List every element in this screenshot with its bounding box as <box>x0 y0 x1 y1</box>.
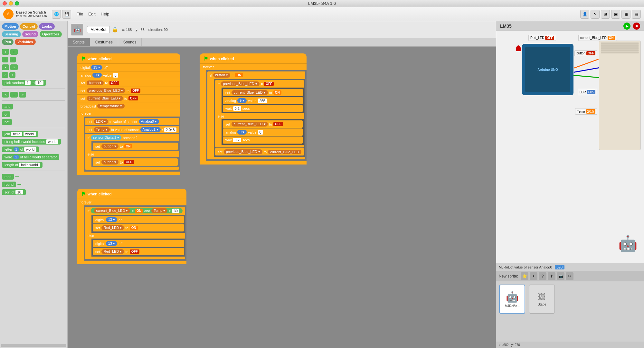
menu-edit[interactable]: Edit <box>88 12 95 16</box>
window-buttons[interactable] <box>3 1 19 5</box>
paint-icon[interactable]: ⭐ <box>521 272 528 280</box>
block-digital-on[interactable]: digital 13 ▾ on <box>93 216 184 223</box>
block-row-length[interactable]: length of hello world <box>2 162 65 168</box>
if-blue-temp[interactable]: if current_Blue_LED ▾ = ON and Temp ▾ > … <box>85 207 185 259</box>
block-wait-0-2-1[interactable]: wait 0.2 secs <box>223 105 303 112</box>
cat-control[interactable]: Control <box>20 23 38 30</box>
run-button[interactable]: ▶ <box>623 23 630 30</box>
analog-pin-1[interactable]: 9 ▾ <box>92 73 102 78</box>
forever-block-1[interactable]: forever set LDR ▾ to value of sensor Ana… <box>77 110 180 175</box>
block-row-minus[interactable]: - - <box>2 57 65 62</box>
block-set-button-off2[interactable]: set button ▾ to OFF <box>93 158 178 166</box>
icon-person[interactable]: 👤 <box>580 10 589 19</box>
var-prev-blue-3[interactable]: previous_Blue_LED ▾ <box>224 149 262 154</box>
cat-pen[interactable]: Pen <box>2 39 14 45</box>
divisor[interactable]: 2.048 <box>164 127 176 132</box>
digital-pin-3[interactable]: 13 ▾ <box>106 241 117 246</box>
icon-layout1[interactable]: ▣ <box>611 10 620 19</box>
analog-val-0[interactable]: 0 <box>113 73 118 78</box>
globe-icon[interactable]: 🌐 <box>52 10 61 19</box>
join-block[interactable]: join hello world <box>2 131 38 137</box>
word-block[interactable]: word 1 of hello world separator <box>2 154 59 160</box>
analog-pin-2[interactable]: 9 ▾ <box>237 98 247 103</box>
save-icon[interactable]: 💾 <box>62 10 71 19</box>
menu-help[interactable]: Help <box>101 12 109 16</box>
var-curr-blue-3[interactable]: current_Blue_LED ▾ <box>232 122 268 127</box>
block-row-round[interactable]: round <box>2 182 65 187</box>
block-set-red-off[interactable]: set Red_LED ▾ to OFF <box>93 248 184 255</box>
minimize-button[interactable] <box>9 1 13 5</box>
hat-when-clicked-2[interactable]: ⚑ when clicked <box>200 53 307 63</box>
if-button-var[interactable]: button ▾ <box>213 73 231 78</box>
delete-icon[interactable]: ✂ <box>566 272 573 280</box>
gt-block[interactable]: > <box>19 92 26 98</box>
maximize-button[interactable] <box>15 1 19 5</box>
var-red-led[interactable]: Red_LED ▾ <box>101 225 124 230</box>
mod-block[interactable]: mod <box>2 174 14 180</box>
val-255[interactable]: 255 <box>258 99 267 103</box>
block-set-red-on[interactable]: set Red_LED ▾ to ON <box>93 224 184 231</box>
block-row-and[interactable]: and <box>2 104 65 109</box>
var-curr-blue[interactable]: current_Blue_LED ▾ <box>87 96 123 101</box>
block-row-div[interactable]: / / <box>2 72 65 78</box>
sprite-name[interactable]: MJRoBot <box>87 26 110 33</box>
cat-motion[interactable]: Motion <box>2 23 19 30</box>
block-row-join[interactable]: join hello world <box>2 131 65 137</box>
star-icon[interactable]: ✦ <box>530 272 537 280</box>
block-row-pick[interactable]: pick random 1 to 10 <box>2 80 65 86</box>
scripts-canvas[interactable]: ⚑ when clicked digital 13 ▾ off analog 9… <box>68 47 496 348</box>
cat-sensing[interactable]: Sensing <box>2 31 21 37</box>
mult2-block[interactable]: × <box>10 64 17 70</box>
block-set-button-off[interactable]: set button ▾ to OFF <box>77 79 180 87</box>
minus2-block[interactable]: - <box>10 57 16 62</box>
left-scrollbar[interactable] <box>1 344 66 347</box>
stage-controls[interactable]: ▶ ■ <box>623 23 640 30</box>
wait-val-1[interactable]: 0.2 <box>233 106 241 111</box>
if-button-on[interactable]: if button ▾ = ON if previous_Blue_LED ▾ … <box>207 71 305 159</box>
if-prev-blue-off[interactable]: if previous_Blue_LED ▾ = OFF set current… <box>215 80 304 147</box>
block-categories[interactable]: Motion Control Looks Sensing Sound Opera… <box>0 21 67 47</box>
block-row-sqrt[interactable]: sqrt of 10 <box>2 189 65 195</box>
and-block[interactable]: and <box>2 104 13 109</box>
cat-sound[interactable]: Sound <box>22 31 38 37</box>
var-button-3[interactable]: button ▾ <box>101 160 119 165</box>
string-block[interactable]: string hello world includes world <box>2 139 61 145</box>
block-analog-value-0[interactable]: analog 9 ▾ value 0 <box>77 71 180 79</box>
block-set-button-on[interactable]: set button ▾ to ON <box>93 143 178 150</box>
block-row-mod[interactable]: mod <box>2 174 65 180</box>
var-button-2[interactable]: button ▾ <box>101 144 119 149</box>
var-ldr[interactable]: LDR ▾ <box>94 119 108 124</box>
block-analog-255[interactable]: analog 9 ▾ value 255 <box>223 97 303 104</box>
mult-block[interactable]: × <box>2 64 9 70</box>
block-wait-0-2-2[interactable]: wait 0.2 secs <box>223 136 303 144</box>
var-prev-blue[interactable]: previous_Blue_LED ▾ <box>87 88 125 93</box>
hat-when-clicked-3[interactable]: ⚑ when clicked <box>77 189 186 199</box>
sensor-digital2[interactable]: sensor Digital2 ▾ <box>91 135 122 140</box>
not-block[interactable]: not <box>2 119 12 125</box>
sensor-analog0[interactable]: Analog0 ▾ <box>139 119 159 124</box>
menu-file[interactable]: File <box>76 12 83 16</box>
hat-when-clicked-1[interactable]: ⚑ when clicked <box>77 53 180 63</box>
close-button[interactable] <box>3 1 7 5</box>
var-curr-blue-cond[interactable]: current_Blue_LED ▾ <box>94 208 130 213</box>
forever-block-2[interactable]: forever if button ▾ = ON <box>200 63 307 165</box>
wait-val-2[interactable]: 0.2 <box>233 138 241 142</box>
temp-threshold[interactable]: 30 <box>172 209 179 213</box>
broadcast-val[interactable]: temperature ▾ <box>97 104 124 108</box>
question-icon[interactable]: ? <box>539 272 546 280</box>
icon-layout3[interactable]: ▤ <box>632 10 641 19</box>
block-broadcast-temp[interactable]: broadcast temperature ▾ <box>77 102 180 110</box>
block-set-temp[interactable]: set Temp ▾ to value of sensor Analog1 ▾ … <box>85 126 179 133</box>
camera-icon[interactable]: 📷 <box>557 272 564 280</box>
tab-scripts[interactable]: Scripts <box>68 38 90 46</box>
sprite-selector-icons[interactable]: ⭐ ✦ ? ⬆ 📷 ✂ <box>521 272 573 280</box>
icon-expand[interactable]: ⊞ <box>601 10 610 19</box>
block-set-prev-curr[interactable]: set previous_Blue_LED ▾ to current_Blue_… <box>215 148 304 155</box>
menu-icons[interactable]: 🌐 💾 <box>52 10 71 19</box>
add-block[interactable]: + <box>2 49 9 55</box>
length-block[interactable]: length of hello world <box>2 162 43 168</box>
block-row-not[interactable]: not <box>2 119 65 125</box>
right-icons[interactable]: 👤 ↖ ⊞ ▣ ▦ ▤ <box>580 10 641 19</box>
block-set-ldr[interactable]: set LDR ▾ to value of sensor Analog0 ▾ <box>85 118 179 125</box>
digital-pin-2[interactable]: 13 ▾ <box>106 217 117 222</box>
